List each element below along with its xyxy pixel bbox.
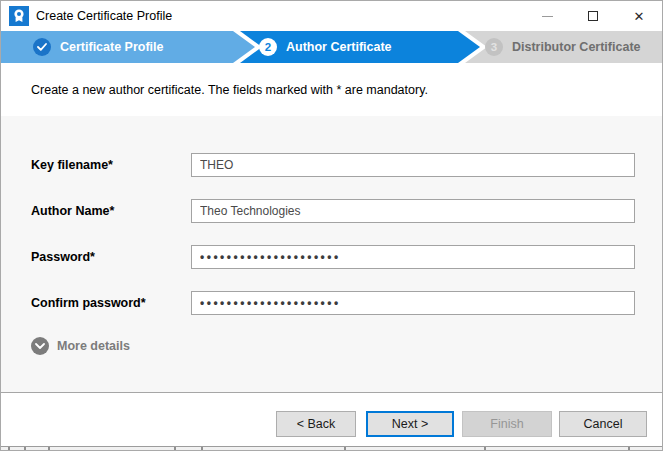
step-distributor-certificate: 3 Distributor Certificate (485, 31, 641, 63)
step-label: Distributor Certificate (512, 40, 641, 54)
close-button[interactable]: ✕ (616, 1, 662, 31)
description-text: Create a new author certificate. The fie… (1, 63, 662, 116)
step-label: Author Certificate (286, 40, 392, 54)
step-number-badge: 2 (259, 38, 277, 56)
next-button[interactable]: Next > (366, 411, 454, 437)
close-icon: ✕ (634, 10, 645, 23)
minimize-button[interactable] (524, 1, 570, 31)
step-certificate-profile: Certificate Profile (33, 31, 164, 63)
key-filename-input[interactable] (191, 153, 635, 177)
finish-button: Finish (462, 411, 552, 437)
field-confirm-password: Confirm password* (31, 291, 662, 315)
more-details-toggle[interactable]: More details (31, 337, 662, 355)
cancel-button[interactable]: Cancel (559, 411, 647, 437)
password-label: Password* (31, 250, 191, 264)
chevron-down-icon (31, 337, 49, 355)
window-controls: ✕ (524, 1, 662, 31)
author-name-input[interactable] (191, 199, 635, 223)
bottom-strip (1, 446, 662, 450)
button-bar: < Back Next > Finish Cancel (1, 393, 662, 448)
create-certificate-profile-dialog: Create Certificate Profile ✕ Certificate… (0, 0, 663, 451)
back-button[interactable]: < Back (276, 411, 356, 437)
password-input[interactable] (191, 245, 635, 269)
step-label: Certificate Profile (60, 40, 164, 54)
field-author-name: Author Name* (31, 199, 662, 223)
window-title: Create Certificate Profile (36, 9, 172, 23)
wizard-steps: Certificate Profile 2 Author Certificate… (1, 31, 662, 63)
maximize-button[interactable] (570, 1, 616, 31)
minimize-icon (542, 16, 553, 17)
check-icon (33, 38, 51, 56)
step-number-badge: 3 (485, 38, 503, 56)
confirm-password-input[interactable] (191, 291, 635, 315)
key-filename-label: Key filename* (31, 158, 191, 172)
author-certificate-form: Key filename* Author Name* Password* Con… (1, 116, 662, 393)
confirm-password-label: Confirm password* (31, 296, 191, 310)
field-key-filename: Key filename* (31, 153, 662, 177)
field-password: Password* (31, 245, 662, 269)
titlebar: Create Certificate Profile ✕ (1, 1, 662, 31)
more-details-label: More details (57, 339, 130, 353)
maximize-icon (588, 11, 598, 21)
step-author-certificate: 2 Author Certificate (259, 31, 392, 63)
author-name-label: Author Name* (31, 204, 191, 218)
certificate-app-icon (9, 6, 29, 26)
